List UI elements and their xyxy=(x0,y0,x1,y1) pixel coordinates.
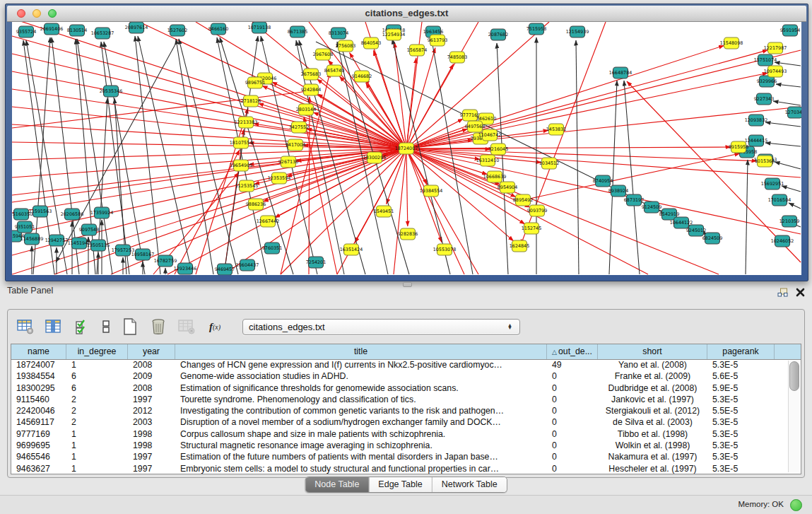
graph-node[interactable]: 1624845 xyxy=(510,240,529,252)
graph-edge[interactable] xyxy=(12,142,406,148)
graph-node[interactable]: 6824509 xyxy=(702,233,722,244)
table-row[interactable]: 1456911722003Disruption of a novel membe… xyxy=(11,416,801,428)
graph-node[interactable]: 9613793 xyxy=(428,35,447,46)
column-header-in_degree[interactable]: in_degree xyxy=(66,344,128,359)
graph-node[interactable]: 10553078 xyxy=(433,244,457,255)
graph-node[interactable]: 9267130 xyxy=(278,156,298,168)
graph-node[interactable]: 20535346 xyxy=(100,86,123,97)
graph-edge[interactable] xyxy=(406,50,767,148)
graph-node[interactable]: 8640543 xyxy=(361,37,381,49)
graph-edge[interactable] xyxy=(406,50,801,148)
delete-table-icon[interactable] xyxy=(177,318,196,335)
graph-node[interactable]: 2803144 xyxy=(296,104,316,115)
select-all-checks-icon[interactable] xyxy=(73,318,91,335)
graph-node[interactable]: 7515958 xyxy=(526,23,546,35)
network-graph[interactable]: 9355724206914068130514106532872089761415… xyxy=(12,22,801,275)
graph-node[interactable]: 9760351 xyxy=(262,243,282,254)
graph-node[interactable]: 9417004 xyxy=(286,139,305,151)
tab-network-table[interactable]: Network Table xyxy=(432,477,507,492)
graph-edge[interactable] xyxy=(365,78,478,274)
graph-node[interactable]: 9886236 xyxy=(246,199,266,210)
table-row[interactable]: 1938455462009Genome-wide association stu… xyxy=(11,370,801,382)
graph-node[interactable]: 1565874 xyxy=(407,45,427,56)
window-titlebar[interactable]: citations_edges.txt xyxy=(7,6,806,22)
graph-edge[interactable] xyxy=(765,143,801,146)
graph-node[interactable]: 2087682 xyxy=(488,29,508,40)
graph-node[interactable]: 16782759 xyxy=(154,255,177,267)
graph-node[interactable]: 8671385 xyxy=(288,26,307,37)
graph-node[interactable]: 2967608 xyxy=(313,49,333,60)
close-panel-icon[interactable] xyxy=(796,288,805,297)
graph-node[interactable]: 1527602 xyxy=(167,25,187,36)
tab-edge-table[interactable]: Edge Table xyxy=(368,477,431,492)
graph-edge[interactable] xyxy=(12,54,406,148)
graph-edge[interactable] xyxy=(309,97,310,274)
graph-edge[interactable] xyxy=(576,40,579,274)
graph-node[interactable]: 10958167 xyxy=(131,249,155,260)
graph-node[interactable]: 9591954 xyxy=(780,25,800,36)
graph-node[interactable]: 9242844 xyxy=(301,84,321,95)
graph-node[interactable]: 8740954 xyxy=(593,175,613,187)
graph-edge[interactable] xyxy=(12,148,406,234)
graph-node[interactable]: 15692951 xyxy=(761,178,784,189)
graph-node[interactable]: 9097548 xyxy=(79,224,99,235)
graph-node[interactable]: 17016504 xyxy=(768,194,792,206)
graph-node[interactable]: 8954904 xyxy=(498,182,517,193)
graph-edge[interactable] xyxy=(12,148,406,177)
delete-rows-icon[interactable] xyxy=(149,318,167,335)
graph-node[interactable]: 8466160 xyxy=(208,23,228,35)
row-height-icon[interactable] xyxy=(101,318,111,335)
table-row[interactable]: 911546021997Tourette syndrome. Phenomeno… xyxy=(11,394,801,405)
graph-edge[interactable] xyxy=(406,73,767,148)
table-select-dropdown[interactable]: citations_edges.txt ▲▼ xyxy=(242,319,520,335)
network-canvas[interactable]: 9355724206914068130514106532872089761415… xyxy=(12,22,801,275)
graph-node[interactable]: 1034512 xyxy=(539,158,559,169)
graph-edge[interactable] xyxy=(12,36,406,148)
graph-node[interactable]: 2675683 xyxy=(301,69,321,80)
float-panel-icon[interactable] xyxy=(777,288,788,298)
graph-node[interactable]: 8130514 xyxy=(67,25,87,36)
column-visibility-icon[interactable] xyxy=(45,318,63,335)
graph-node[interactable]: 19384554 xyxy=(420,185,443,197)
graph-edge[interactable] xyxy=(406,147,731,148)
graph-node[interactable]: 9245012 xyxy=(686,225,706,236)
graph-node[interactable]: 1015364 xyxy=(755,156,775,167)
graph-edge[interactable] xyxy=(373,50,406,148)
graph-edge[interactable] xyxy=(175,150,240,274)
column-header-title[interactable]: title xyxy=(175,344,547,359)
graph-edge[interactable] xyxy=(406,148,757,161)
graph-node[interactable]: 10604437 xyxy=(236,259,259,271)
graph-node[interactable]: 15751074 xyxy=(754,54,777,66)
graph-node[interactable]: 9469457 xyxy=(215,264,235,275)
graph-node[interactable]: 1270341 xyxy=(785,107,801,118)
function-builder-icon[interactable]: f(x) xyxy=(206,318,224,335)
graph-node[interactable]: 9146682 xyxy=(352,71,372,82)
graph-node[interactable]: 1549451 xyxy=(374,206,394,217)
graph-edge[interactable] xyxy=(746,160,748,274)
column-header-out_de[interactable]: △out_de... xyxy=(547,344,598,359)
table-row[interactable]: 946362711997Embryonic stem cells: a mode… xyxy=(11,463,801,474)
tab-node-table[interactable]: Node Table xyxy=(305,477,368,492)
memory-status-light-icon[interactable] xyxy=(790,499,802,511)
graph-node[interactable]: 9093799 xyxy=(527,205,547,216)
graph-node[interactable]: 9355724 xyxy=(16,26,36,37)
graph-edge[interactable] xyxy=(782,186,801,192)
scrollbar-thumb[interactable] xyxy=(789,361,799,391)
graph-node[interactable]: 9227343 xyxy=(754,93,774,105)
graph-edge[interactable] xyxy=(224,36,258,274)
table-row[interactable]: 977716911998Corpus callosum shape and si… xyxy=(11,428,801,440)
graph-edge[interactable] xyxy=(406,148,408,226)
graph-node[interactable]: 20897614 xyxy=(125,22,148,33)
graph-edge[interactable] xyxy=(254,124,406,148)
graph-edge[interactable] xyxy=(281,72,330,274)
column-header-year[interactable]: year xyxy=(128,344,175,359)
graph-node[interactable]: 1210359 xyxy=(779,216,799,227)
graph-edge[interactable] xyxy=(259,103,406,148)
graph-node[interactable]: 7485083 xyxy=(447,52,467,63)
graph-node[interactable]: 3216045 xyxy=(488,144,508,155)
graph-node[interactable]: 7254201 xyxy=(306,257,326,268)
graph-node[interactable]: 10246052 xyxy=(771,235,794,247)
graph-node[interactable]: 12923446 xyxy=(174,263,197,274)
column-header-pagerank[interactable]: pagerank xyxy=(707,344,775,359)
table-row[interactable]: 946554611997Estimation of the future num… xyxy=(11,451,801,462)
